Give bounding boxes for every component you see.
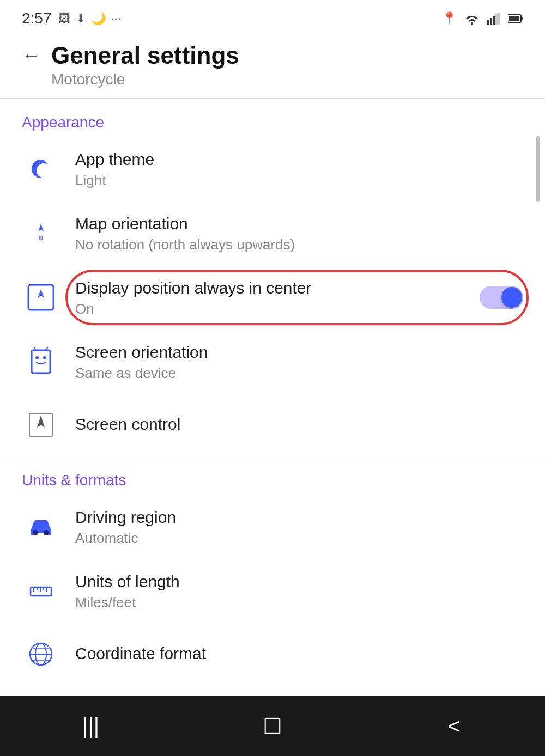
navigation-icon: [22, 406, 60, 444]
driving-region-subtitle: Automatic: [75, 530, 523, 547]
status-time: 2:57: [22, 10, 52, 27]
svg-text:N: N: [39, 235, 43, 241]
back-button[interactable]: ←: [22, 45, 40, 66]
display-position-toggle[interactable]: [480, 286, 523, 309]
nav-home-button[interactable]: ☐: [251, 704, 294, 748]
status-left: 2:57 🖼 ⬇ 🌙 ···: [22, 10, 121, 27]
settings-item-driving-region[interactable]: Driving region Automatic: [0, 495, 545, 559]
svg-rect-4: [498, 13, 500, 25]
map-orientation-content: Map orientation No rotation (north alway…: [75, 213, 523, 253]
more-icon: ···: [111, 11, 121, 26]
settings-item-screen-control[interactable]: Screen control: [0, 394, 545, 456]
driving-region-content: Driving region Automatic: [75, 507, 523, 547]
svg-point-15: [43, 356, 46, 359]
screen-orientation-title: Screen orientation: [75, 342, 523, 363]
location-icon: 📍: [442, 11, 457, 26]
page-subtitle: Motorcycle: [51, 71, 239, 88]
driving-region-title: Driving region: [75, 507, 523, 528]
units-length-content: Units of length Miles/feet: [75, 571, 523, 611]
nav-back-button[interactable]: <: [432, 704, 476, 748]
android-icon: [22, 343, 60, 381]
nav-menu-button[interactable]: |||: [69, 704, 113, 748]
ruler-icon: [22, 572, 60, 610]
app-theme-content: App theme Light: [75, 149, 523, 189]
svg-rect-13: [32, 350, 50, 373]
map-orientation-title: Map orientation: [75, 213, 523, 234]
screen-control-title: Screen control: [75, 413, 523, 435]
settings-item-display-position[interactable]: Display position always in center On: [0, 265, 545, 330]
screen-orientation-subtitle: Same as device: [75, 365, 523, 382]
bottom-nav: ||| ☐ <: [0, 696, 545, 756]
settings-item-map-orientation[interactable]: N Map orientation No rotation (north alw…: [0, 201, 545, 265]
signal-icon: [487, 13, 500, 25]
back-icon: <: [448, 714, 461, 739]
display-position-content: Display position always in center On: [75, 277, 469, 318]
screen-control-content: Screen control: [75, 413, 523, 437]
coordinate-format-content: Coordinate format: [75, 643, 523, 666]
map-orientation-subtitle: No rotation (north always upwards): [75, 236, 523, 253]
header: ← General settings Motorcycle: [0, 33, 545, 98]
car-icon: [22, 508, 60, 546]
display-position-toggle-wrapper[interactable]: [480, 286, 523, 309]
svg-marker-12: [38, 289, 44, 298]
moon-icon: [22, 150, 60, 188]
status-bar: 2:57 🖼 ⬇ 🌙 ··· 📍: [0, 0, 545, 33]
page-title: General settings: [51, 42, 239, 69]
coordinate-format-title: Coordinate format: [75, 643, 523, 664]
status-right: 📍: [442, 11, 523, 26]
toggle-thumb: [501, 287, 522, 308]
section-header-appearance: Appearance: [0, 99, 545, 137]
display-position-subtitle: On: [75, 301, 469, 318]
app-theme-title: App theme: [75, 149, 523, 170]
svg-rect-6: [521, 17, 523, 20]
svg-point-20: [33, 530, 38, 535]
svg-point-14: [35, 356, 39, 359]
section-header-units: Units & formats: [0, 456, 545, 495]
svg-rect-2: [493, 16, 495, 25]
battery-icon: [508, 14, 523, 23]
screen-orientation-content: Screen orientation Same as device: [75, 342, 523, 382]
settings-item-units-length[interactable]: Units of length Miles/feet: [0, 559, 545, 623]
position-icon: [22, 278, 60, 316]
download-icon: ⬇: [76, 11, 86, 26]
svg-rect-1: [490, 18, 492, 25]
svg-marker-8: [38, 224, 44, 231]
svg-rect-3: [495, 14, 498, 25]
svg-rect-7: [509, 16, 519, 21]
settings-item-coordinate-format[interactable]: Coordinate format: [0, 623, 545, 685]
image-icon: 🖼: [58, 11, 70, 26]
header-text: General settings Motorcycle: [51, 42, 239, 88]
dnd-icon: 🌙: [91, 11, 106, 26]
units-length-title: Units of length: [75, 571, 523, 592]
settings-item-screen-orientation[interactable]: Screen orientation Same as device: [0, 330, 545, 394]
globe-icon: [22, 635, 60, 673]
svg-rect-11: [28, 285, 53, 310]
svg-rect-0: [487, 20, 489, 25]
svg-marker-19: [37, 416, 45, 428]
svg-point-21: [44, 530, 49, 535]
home-icon: ☐: [263, 714, 282, 739]
units-length-subtitle: Miles/feet: [75, 594, 523, 611]
settings-item-app-theme[interactable]: App theme Light: [0, 137, 545, 201]
compass-icon: N: [22, 214, 60, 252]
menu-icon: |||: [82, 714, 99, 739]
display-position-title: Display position always in center: [75, 277, 469, 298]
status-icons: 🖼 ⬇ 🌙 ···: [58, 11, 121, 26]
app-theme-subtitle: Light: [75, 172, 523, 189]
wifi-icon: [464, 13, 480, 25]
